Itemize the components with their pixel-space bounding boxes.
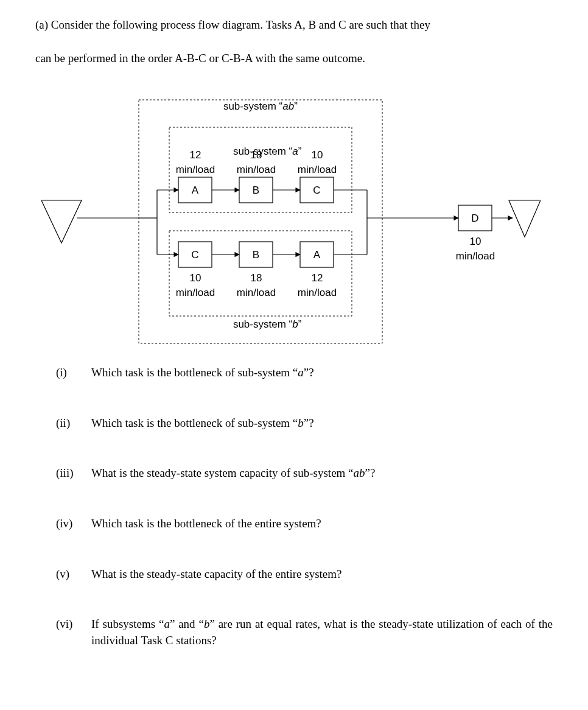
question-num: (vi) [56, 616, 83, 648]
rate-D: 10 min/load [454, 234, 497, 264]
question-text: Which task is the bottleneck of the enti… [91, 516, 553, 532]
question-text: What is the steady-state capacity of the… [91, 566, 553, 583]
process-flow-diagram: sub-system “ab” sub-system “a” sub-syste… [41, 85, 541, 346]
question-iv: (iv) Which task is the bottleneck of the… [56, 516, 553, 532]
rate-bot-B: 18 min/load [235, 271, 278, 300]
question-num: (iv) [56, 516, 83, 532]
question-list: (i) Which task is the bottleneck of sub-… [56, 365, 553, 648]
box-top-A: A [178, 183, 212, 198]
rate-top-B: 18 min/load [235, 148, 278, 177]
question-v: (v) What is the steady-state capacity of… [56, 566, 553, 583]
question-iii: (iii) What is the steady-state system ca… [56, 465, 553, 482]
rate-bot-A: 12 min/load [296, 271, 338, 300]
question-num: (iii) [56, 465, 83, 482]
question-i: (i) Which task is the bottleneck of sub-… [56, 365, 553, 381]
box-D: D [458, 211, 492, 226]
rate-top-C: 10 min/load [296, 148, 338, 177]
prompt-line-1: (a) Consider the following process flow … [35, 17, 553, 33]
box-bot-C: C [178, 248, 212, 262]
box-top-C: C [300, 183, 334, 198]
question-text: Which task is the bottleneck of sub-syst… [91, 365, 553, 381]
question-num: (i) [56, 365, 83, 381]
question-vi: (vi) If subsystems “a” and “b” are run a… [56, 616, 553, 648]
question-ii: (ii) Which task is the bottleneck of sub… [56, 415, 553, 432]
question-text: Which task is the bottleneck of sub-syst… [91, 415, 553, 432]
box-bot-A: A [300, 248, 334, 262]
label-subsystem-b: sub-system “b” [222, 303, 301, 346]
prompt-line-2: can be performed in the order A-B-C or C… [35, 51, 553, 67]
label-subsystem-ab: sub-system “ab” [212, 85, 298, 128]
question-num: (v) [56, 566, 83, 583]
box-bot-B: B [239, 248, 273, 262]
rate-bot-C: 10 min/load [174, 271, 217, 300]
question-num: (ii) [56, 415, 83, 432]
rate-top-A: 12 min/load [174, 148, 217, 177]
question-text: What is the steady-state system capacity… [91, 465, 553, 482]
question-text: If subsystems “a” and “b” are run at equ… [91, 616, 553, 648]
box-top-B: B [239, 183, 273, 198]
